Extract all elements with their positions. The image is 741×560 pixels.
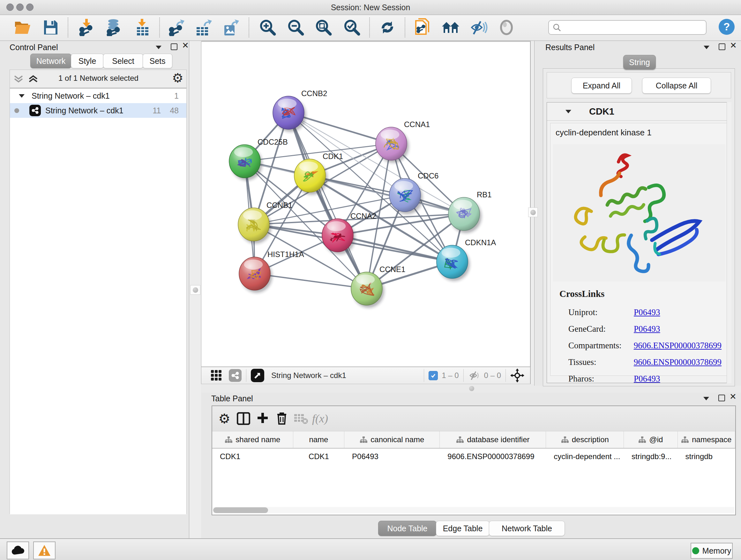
column-header-shared-name[interactable]: shared name [212,431,293,448]
home-network-icon[interactable] [441,18,460,37]
tab-node-table[interactable]: Node Table [378,521,436,536]
crosslink-value-link[interactable]: 9606.ENSP00000378699 [634,341,722,351]
table-cell[interactable]: cyclin-dependent ... [546,449,624,464]
fit-crosshair-icon[interactable] [510,368,524,382]
save-icon[interactable] [42,18,60,37]
scrollbar-thumb[interactable] [213,507,268,513]
crosslink-value-link[interactable]: 9606.ENSP00000378699 [634,357,722,367]
table-toolbar: ⚙ f(x) [212,406,735,431]
delete-column-icon[interactable] [272,410,291,428]
panel-collapse-icon[interactable] [704,46,710,49]
tab-select[interactable]: Select [103,54,143,68]
tab-sets[interactable]: Sets [143,54,172,68]
splitter-handle[interactable] [528,207,538,217]
open-folder-icon[interactable] [13,18,32,37]
show-hide-eye-icon[interactable] [469,18,488,37]
crosslink-value-link[interactable]: P06493 [634,374,660,384]
import-database-icon[interactable] [104,18,123,37]
document-share-icon[interactable] [413,18,432,37]
warning-icon[interactable] [33,542,56,559]
export-network-icon[interactable] [167,18,185,37]
column-header-namespace[interactable]: namespace [678,431,735,448]
function-builder-icon[interactable]: f(x) [311,410,330,428]
memory-button[interactable]: Memory [690,543,733,559]
import-network-icon[interactable] [77,18,96,37]
crosslink-value-link[interactable]: P06493 [634,324,660,334]
network-status-dot-icon [14,108,19,113]
splitter-dot-icon [469,386,474,391]
zoom-out-icon[interactable] [286,18,305,37]
network-node-CCNA1[interactable] [376,127,409,163]
selected-checkbox-icon[interactable] [428,371,438,380]
splitter-handle[interactable] [190,285,200,295]
panel-collapse-icon[interactable] [703,397,709,400]
refresh-icon[interactable] [378,18,397,37]
network-row-selected[interactable]: String Network – cdk1 11 48 [10,103,186,118]
panel-float-icon[interactable] [719,44,725,50]
table-cell[interactable]: stringdb [678,449,735,464]
panel-close-icon[interactable]: ✕ [182,42,189,49]
network-canvas[interactable]: CCNB2CCNA1CDC25BCDK1CDC6RB1CCNB1CCNA2CDK… [201,42,530,367]
section-expander-icon[interactable] [565,110,571,113]
results-scrollbar[interactable] [727,102,731,383]
expand-all-button[interactable]: Expand All [571,78,632,94]
network-node-CDK1[interactable] [294,159,327,195]
export-table-icon[interactable] [194,18,213,37]
birdseye-view-icon[interactable] [251,369,264,382]
table-cell[interactable]: P06493 [344,449,440,464]
network-node-CDC25B[interactable] [229,145,262,180]
export-image-icon[interactable] [222,18,241,37]
collapse-all-button[interactable]: Collapse All [642,78,711,94]
columns-icon[interactable] [234,410,253,428]
status-bar: Memory [0,538,741,560]
tab-network-table[interactable]: Network Table [489,521,565,536]
gear-icon[interactable]: ⚙ [215,410,234,428]
tree-expander-icon[interactable] [19,94,24,98]
hidden-eye-icon[interactable] [468,370,481,381]
delete-table-icon[interactable] [291,410,311,428]
gene-header-row[interactable]: CDK1 [547,103,731,121]
column-header--id[interactable]: @id [624,431,677,448]
tab-edge-table[interactable]: Edge Table [436,521,489,536]
network-node-CDKN1A[interactable] [436,245,470,281]
network-node-HIST1H1A[interactable] [239,257,272,293]
cloud-icon[interactable] [7,542,29,559]
table-cell[interactable]: CDK1 [212,449,293,464]
zoom-selected-icon[interactable] [343,18,361,37]
table-cell[interactable]: stringdb:9... [624,449,678,464]
network-collection-row[interactable]: String Network – cdk1 1 [10,88,186,103]
gear-icon[interactable]: ⚙ [172,71,184,85]
table-row[interactable]: CDK1CDK1P064939606.ENSP00000378699cyclin… [212,449,735,464]
panel-collapse-icon[interactable] [156,46,161,49]
add-column-icon[interactable] [253,410,272,428]
zoom-fit-icon[interactable] [314,18,333,37]
tab-string[interactable]: String [623,55,656,70]
network-node-CCNA2[interactable] [322,219,355,254]
table-cell[interactable]: 9606.ENSP00000378699 [440,449,546,464]
tab-network[interactable]: Network [30,54,71,68]
panel-close-icon[interactable]: ✕ [730,42,737,49]
search-input[interactable] [548,20,706,35]
grid-view-icon[interactable] [210,369,222,381]
network-node-CCNE1[interactable] [351,272,384,308]
column-header-name[interactable]: name [293,431,345,448]
column-header-database-identifier[interactable]: database identifier [440,431,546,448]
crosslink-value-link[interactable]: P06493 [634,307,660,317]
vertical-splitter-left[interactable] [189,41,202,538]
share-view-icon[interactable] [229,369,242,382]
panel-float-icon[interactable] [718,395,725,401]
help-icon[interactable]: ? [719,19,735,35]
network-node-RB1[interactable] [448,197,482,233]
panel-float-icon[interactable] [171,44,178,50]
zoom-in-icon[interactable] [259,18,277,37]
column-header-description[interactable]: description [546,431,624,448]
panel-close-icon[interactable]: ✕ [730,393,737,400]
tab-style[interactable]: Style [71,54,104,68]
column-header-canonical-name[interactable]: canonical name [344,431,440,448]
network-edge-CCNB2-CCNE1[interactable] [288,113,367,289]
eye-disabled-icon[interactable] [497,18,516,37]
import-table-icon[interactable] [133,18,152,37]
network-node-CCNB2[interactable] [273,96,306,132]
table-hscrollbar[interactable] [213,507,734,513]
table-cell[interactable]: CDK1 [293,449,344,464]
